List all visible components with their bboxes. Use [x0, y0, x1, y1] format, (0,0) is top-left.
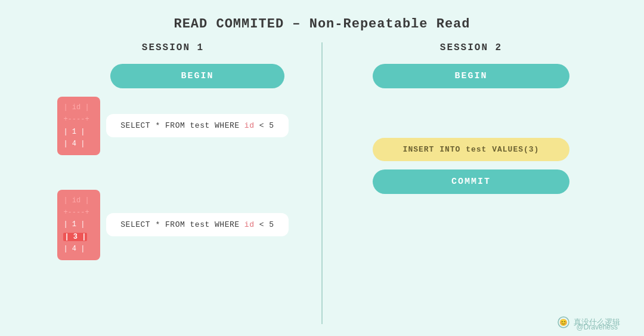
session1-table2: | id | +----+ | 1 | | 3 | | 4 |: [57, 190, 100, 260]
page: READ COMMITED – Non-Repeatable Read SESS…: [0, 0, 644, 336]
session2-commit-pill: COMMIT: [373, 169, 569, 194]
session1-table1: | id | +----+ | 1 | | 4 |: [57, 97, 100, 155]
page-title: READ COMMITED – Non-Repeatable Read: [174, 17, 470, 32]
session-2-label: SESSION 2: [440, 42, 502, 53]
session-1: SESSION 1 BEGIN | id | +----+ | 1 | | 4 …: [24, 42, 322, 324]
watermark-handle: @Draveness: [576, 323, 618, 331]
session-divider: [321, 42, 323, 324]
session1-begin-pill: BEGIN: [110, 64, 284, 88]
watermark-icon: 😊: [557, 316, 570, 329]
select2-highlight: id: [244, 220, 255, 229]
svg-text:😊: 😊: [559, 318, 568, 326]
session2-begin-pill: BEGIN: [373, 64, 569, 88]
session-2: SESSION 2 BEGIN INSERT INTO test VALUES(…: [322, 42, 620, 324]
session1-select2: SELECT * FROM test WHERE id < 5: [106, 213, 288, 236]
session2-insert-pill: INSERT INTO test VALUES(3): [373, 138, 569, 161]
select1-highlight: id: [244, 121, 255, 130]
sessions-container: SESSION 1 BEGIN | id | +----+ | 1 | | 4 …: [24, 42, 620, 324]
session-1-label: SESSION 1: [142, 42, 204, 53]
session1-select1: SELECT * FROM test WHERE id < 5: [106, 114, 288, 137]
